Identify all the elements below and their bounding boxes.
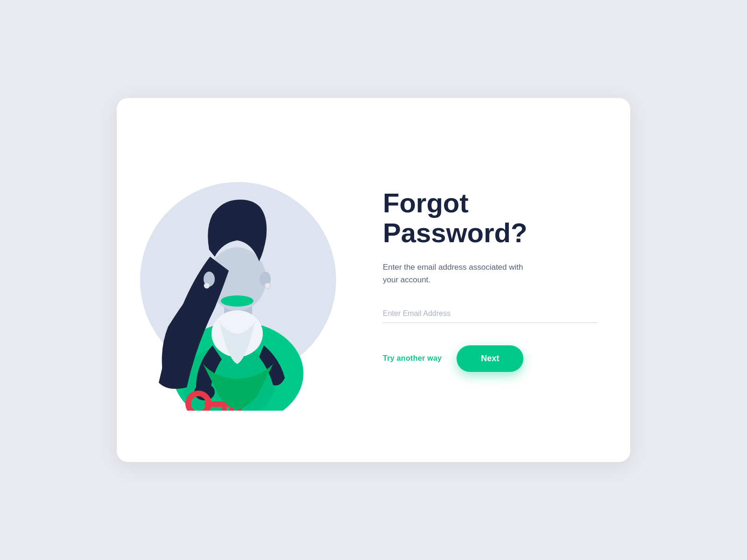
illustration-figure <box>131 149 345 411</box>
email-input[interactable] <box>383 305 598 323</box>
svg-rect-13 <box>222 407 226 411</box>
page-title: Forgot Password? <box>383 188 598 248</box>
actions-row: Try another way Next <box>383 345 598 372</box>
svg-point-8 <box>221 295 254 307</box>
svg-point-7 <box>265 283 270 288</box>
subtitle-text: Enter the email address associated with … <box>383 261 532 286</box>
form-side: Forgot Password? Enter the email address… <box>359 160 630 400</box>
card: Forgot Password? Enter the email address… <box>117 98 630 462</box>
next-button[interactable]: Next <box>457 345 523 372</box>
illustration-side <box>117 98 359 462</box>
svg-point-6 <box>204 283 210 288</box>
try-another-button[interactable]: Try another way <box>383 354 442 363</box>
